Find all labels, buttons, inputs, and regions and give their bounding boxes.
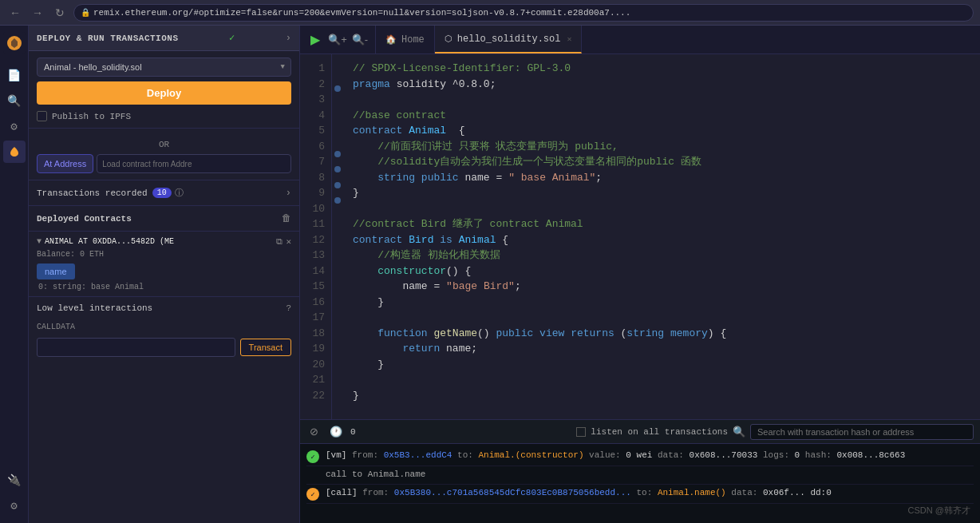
transactions-expand-icon[interactable]: › [286, 188, 291, 199]
calldata-label: CALLDATA [29, 319, 299, 335]
watermark: CSDN @韩齐才 [908, 505, 970, 517]
expand-icon[interactable]: › [286, 33, 291, 44]
deployed-contracts-header: Deployed Contracts 🗑 [29, 206, 299, 232]
home-icon: 🏠 [385, 34, 397, 45]
low-level-help-icon[interactable]: ? [286, 303, 291, 313]
lock-icon: 🔒 [81, 8, 90, 18]
sidebar-search-icon[interactable]: 🔍 [3, 89, 26, 112]
load-contract-input[interactable] [97, 154, 291, 173]
info-icon[interactable]: ⓘ [175, 187, 184, 199]
reload-button[interactable]: ↻ [51, 4, 69, 22]
deploy-button[interactable]: Deploy [37, 81, 291, 105]
deploy-panel-header: DEPLOY & RUN TRANSACTIONS ✓ › [29, 26, 299, 51]
editor-area: 1 2 3 4 5 6 7 8 9 10 11 12 13 14 15 16 1 [300, 54, 980, 419]
deployed-contract-item: ▼ ANIMAL AT 0XDDA...5482D (ME ⧉ ✕ Balanc… [29, 232, 299, 297]
tab-file[interactable]: ⬡ hello_solidity.sol ✕ [435, 26, 583, 53]
zoom-out-button[interactable]: 🔍- [350, 30, 370, 50]
zoom-in-button[interactable]: 🔍+ [327, 30, 348, 50]
deployed-contracts-label: Deployed Contracts [37, 214, 132, 224]
or-section: OR At Address [29, 129, 299, 180]
log-text-1: [vm] from: 0x5B3...eddC4 to: Animal.(con… [326, 450, 974, 462]
at-address-button[interactable]: At Address [37, 154, 93, 173]
browser-bar: ← → ↻ 🔒 remix.ethereum.org/#optimize=fal… [0, 0, 980, 26]
forward-button[interactable]: → [29, 4, 46, 22]
trash-icon[interactable]: 🗑 [282, 212, 291, 224]
bottom-log: ✓ [vm] from: 0x5B3...eddC4 to: Animal.(c… [300, 444, 980, 523]
transactions-info: Transactions recorded 10 ⓘ [37, 187, 184, 199]
publish-ipfs-label: Publish to IPFS [52, 112, 131, 121]
log-success-icon-1: ✓ [306, 450, 319, 463]
line-numbers: 1 2 3 4 5 6 7 8 9 10 11 12 13 14 15 16 1 [300, 54, 332, 419]
sidebar-files-icon[interactable]: 📄 [3, 64, 26, 86]
content-area: ▶ 🔍+ 🔍- 🏠 Home ⬡ hello_solidity.sol ✕ [300, 26, 980, 523]
contract-selector-wrapper: Animal - hello_solidity.sol [37, 57, 291, 77]
tab-toolbar: ▶ 🔍+ 🔍- [300, 26, 376, 53]
contract-address-label: ANIMAL AT 0XDDA...5482D (ME [45, 237, 273, 246]
check-icon: ✓ [229, 32, 235, 44]
gutter-dots [332, 54, 343, 419]
return-value-text: 0: string: base Animal [37, 283, 291, 291]
remix-logo-icon [3, 32, 26, 54]
log-success-icon-3: ✓ [306, 488, 319, 501]
app-container: 📄 🔍 ⚙ 🔌 ⚙ DEPLOY & RUN TRANSACTIONS ✓ › … [0, 26, 980, 523]
log-entry-3: ✓ [call] from: 0x5B380...c701a568545dCfc… [306, 485, 974, 504]
low-level-label: Low level interactions [37, 303, 152, 313]
listen-checkbox[interactable] [576, 427, 586, 437]
log-search-icon[interactable]: 🔍 [733, 426, 745, 438]
sidebar-compile-icon[interactable]: ⚙ [3, 115, 26, 137]
listen-label: listen on all transactions [591, 427, 728, 437]
transactions-row: Transactions recorded 10 ⓘ › [29, 180, 299, 206]
log-spacer [306, 469, 319, 481]
contract-item-header: ▼ ANIMAL AT 0XDDA...5482D (ME ⧉ ✕ [37, 236, 291, 247]
transactions-label: Transactions recorded [37, 188, 148, 198]
sidebar-settings-icon[interactable]: ⚙ [3, 494, 26, 517]
publish-ipfs-checkbox[interactable] [37, 111, 47, 121]
log-entry-2: call to Animal.name [306, 466, 974, 485]
tab-file-label: hello_solidity.sol [457, 34, 561, 45]
clear-log-button[interactable]: ⊘ [306, 424, 322, 439]
contract-expand-icon[interactable]: ▼ [37, 237, 41, 246]
log-text-3: [call] from: 0x5B380...c701a568545dCfc80… [326, 487, 974, 499]
code-content[interactable]: // SPDX-License-Identifier: GPL-3.0 prag… [343, 54, 980, 419]
url-bar: 🔒 remix.ethereum.org/#optimize=false&run… [73, 4, 974, 22]
log-count: 0 [350, 427, 356, 437]
remove-contract-icon[interactable]: ✕ [286, 236, 291, 247]
deploy-panel-title: DEPLOY & RUN TRANSACTIONS [37, 34, 179, 43]
deploy-panel: DEPLOY & RUN TRANSACTIONS ✓ › Animal - h… [29, 26, 300, 523]
publish-ipfs-row: Publish to IPFS [37, 111, 291, 121]
log-entry-1: ✓ [vm] from: 0x5B3...eddC4 to: Animal.(c… [306, 447, 974, 466]
log-text-2: call to Animal.name [326, 469, 974, 481]
bottom-toolbar: ⊘ 🕐 0 listen on all transactions 🔍 [300, 420, 980, 444]
at-address-row: At Address [37, 154, 291, 173]
sidebar-deploy-icon[interactable] [3, 141, 26, 163]
clock-icon-button[interactable]: 🕐 [326, 424, 346, 439]
or-divider: OR [37, 140, 291, 149]
calldata-row: Transact [29, 335, 299, 360]
transact-button[interactable]: Transact [240, 339, 291, 356]
sidebar-plugin-icon[interactable]: 🔌 [3, 469, 26, 491]
tab-bar: ▶ 🔍+ 🔍- 🏠 Home ⬡ hello_solidity.sol ✕ [300, 26, 980, 54]
bottom-panel: ⊘ 🕐 0 listen on all transactions 🔍 ✓ [vm… [300, 419, 980, 523]
contract-select-section: Animal - hello_solidity.sol Deploy Publi… [29, 51, 299, 129]
name-function-button[interactable]: name [37, 263, 75, 279]
low-level-header: Low level interactions ? [29, 297, 299, 319]
url-text: remix.ethereum.org/#optimize=false&runs=… [93, 8, 630, 18]
tabs-container: 🏠 Home ⬡ hello_solidity.sol ✕ [376, 26, 582, 53]
tab-home-label: Home [401, 34, 425, 46]
tab-home[interactable]: 🏠 Home [376, 26, 435, 53]
back-button[interactable]: ← [6, 4, 24, 22]
balance-label: Balance: 0 ETH [37, 250, 291, 259]
transactions-count-badge: 10 [152, 188, 172, 198]
contract-selector[interactable]: Animal - hello_solidity.sol [37, 57, 291, 77]
tab-close-icon[interactable]: ✕ [567, 34, 571, 44]
log-search-input[interactable] [750, 424, 974, 440]
code-editor: 1 2 3 4 5 6 7 8 9 10 11 12 13 14 15 16 1 [300, 54, 980, 419]
icon-sidebar: 📄 🔍 ⚙ 🔌 ⚙ [0, 26, 29, 523]
run-button[interactable]: ▶ [305, 30, 326, 50]
copy-address-icon[interactable]: ⧉ [276, 237, 283, 247]
listen-row: listen on all transactions [576, 427, 728, 437]
file-tab-icon: ⬡ [445, 34, 452, 44]
calldata-input[interactable] [37, 338, 235, 357]
